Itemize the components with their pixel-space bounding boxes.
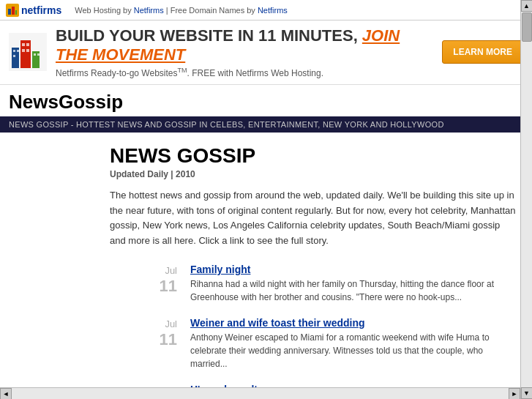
news-body-0: Family night Rihanna had a wild night wi… (190, 264, 517, 304)
content-intro: The hottest news and gossip from around … (110, 188, 517, 249)
scroll-right: ▲ ▼ (520, 0, 532, 399)
logo-text-label: netfirms (21, 4, 61, 16)
news-item: Jul 11 Family night Rihanna had a wild n… (110, 264, 517, 304)
scroll-bottom: ◄ ► (0, 387, 520, 399)
news-month-0: Jul (110, 265, 177, 277)
nav-strip-text: NEWS GOSSIP - HOTTEST NEWS AND GOSSIP IN… (9, 120, 444, 129)
news-month-1: Jul (110, 318, 177, 330)
news-date-0: Jul 11 (110, 265, 190, 296)
learn-more-button[interactable]: LEARN MORE (442, 40, 523, 64)
svg-rect-9 (17, 50, 19, 52)
banner-subtext1: Netfirms Ready-to-go Websites (56, 68, 178, 78)
svg-rect-15 (34, 53, 36, 56)
scroll-up-button[interactable]: ▲ (521, 0, 533, 12)
news-date-1: Jul 11 (110, 318, 190, 349)
nav-sep: | (164, 6, 171, 15)
svg-rect-10 (13, 55, 15, 57)
news-title-link-0[interactable]: Family night (190, 264, 517, 275)
scroll-down-button[interactable]: ▼ (521, 387, 533, 399)
news-excerpt-0: Rihanna had a wild night with her family… (190, 277, 517, 304)
banner-icon (9, 33, 47, 71)
subtitle-year: 2010 (176, 169, 195, 179)
svg-rect-16 (37, 53, 40, 56)
nav-text1: Web Hosting by (75, 6, 134, 15)
scroll-left-button[interactable]: ◄ (0, 388, 12, 400)
news-list: Jul 11 Family night Rihanna had a wild n… (110, 264, 517, 399)
top-nav-links: Web Hosting by Netfirms | Free Domain Na… (75, 6, 288, 15)
banner-ad: BUILD YOUR WEBSITE IN 11 MINUTES, JOIN T… (0, 20, 532, 85)
svg-rect-11 (22, 43, 25, 46)
banner-subtext: Netfirms Ready-to-go WebsitesTM. FREE wi… (56, 67, 433, 78)
site-title: NewsGossip (9, 91, 523, 113)
main-content: NEWS GOSSIP Updated Daily | 2010 The hot… (0, 133, 532, 399)
banner-tm: TM (178, 67, 187, 74)
svg-rect-1 (8, 9, 11, 15)
svg-rect-12 (26, 43, 29, 46)
news-title-link-1[interactable]: Weiner and wife toast their wedding (190, 317, 517, 329)
banner-headline: BUILD YOUR WEBSITE IN 11 MINUTES, JOIN T… (56, 26, 433, 65)
svg-rect-2 (12, 7, 15, 15)
news-item: Jul 11 Weiner and wife toast their weddi… (110, 317, 517, 370)
nav-strip: NEWS GOSSIP - HOTTEST NEWS AND GOSSIP IN… (0, 116, 532, 133)
content-subtitle: Updated Daily | 2010 (110, 169, 517, 179)
banner-headline-text: BUILD YOUR WEBSITE IN 11 MINUTES, (56, 26, 362, 45)
svg-rect-8 (13, 50, 15, 52)
banner-text-block: BUILD YOUR WEBSITE IN 11 MINUTES, JOIN T… (56, 26, 433, 78)
banner-subtext2: . FREE with Netfirms Web Hosting. (187, 68, 324, 78)
content-title: NEWS GOSSIP (110, 144, 517, 168)
svg-rect-13 (22, 49, 25, 52)
subtitle-text: Updated Daily | (110, 169, 176, 179)
nav-link-domainnames[interactable]: Netfirms (258, 6, 288, 15)
scroll-right-button[interactable]: ► (509, 388, 520, 400)
news-body-1: Weiner and wife toast their wedding Anth… (190, 317, 517, 370)
svg-rect-3 (15, 10, 17, 15)
netfirms-logo: netfirms (6, 4, 61, 17)
nav-text2: Free Domain Names by (171, 6, 258, 15)
scroll-htrack (12, 388, 509, 399)
site-title-bar: NewsGossip (0, 85, 532, 116)
svg-rect-14 (26, 49, 29, 52)
nav-link-webhosting[interactable]: Netfirms (134, 6, 164, 15)
news-excerpt-1: Anthony Weiner escaped to Miami for a ro… (190, 331, 517, 370)
top-bar: netfirms Web Hosting by Netfirms | Free … (0, 0, 532, 20)
netfirms-logo-icon (6, 4, 19, 17)
scroll-track (521, 12, 532, 387)
scroll-thumb[interactable] (522, 12, 532, 42)
